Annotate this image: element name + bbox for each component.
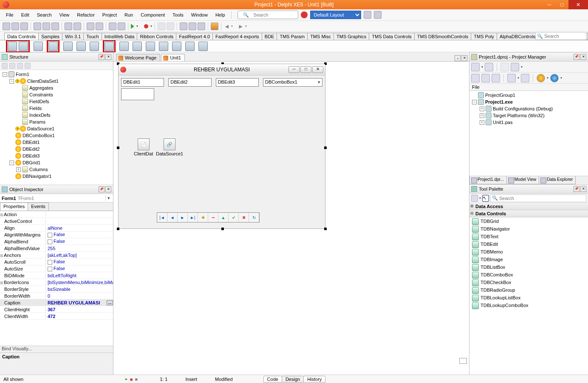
palette-item[interactable]: TDBRadioGroup — [469, 286, 588, 294]
property-value[interactable]: False — [46, 259, 113, 265]
palette-category[interactable]: Data Access — [469, 203, 588, 210]
dbnav-icon[interactable] — [19, 42, 28, 51]
pm-sync-icon[interactable] — [471, 74, 480, 82]
stop-icon[interactable] — [301, 11, 308, 18]
structure-node[interactable]: −DBGrid1 — [1, 159, 112, 166]
structure-node[interactable]: +Columns — [1, 166, 112, 173]
palette-tab-bde[interactable]: BDE — [262, 33, 277, 40]
palette-tab-tmsparam[interactable]: TMS Param — [277, 33, 308, 40]
nav-last-icon[interactable]: ►| — [188, 213, 198, 222]
property-row[interactable]: ClientHeight367 — [0, 306, 113, 313]
tree-toggle-icon[interactable]: − — [9, 161, 14, 165]
ellipsis-button[interactable]: … — [107, 300, 113, 305]
pm-icon4[interactable] — [511, 63, 519, 71]
pm-tab-project[interactable]: Project1.dpr... — [469, 176, 507, 184]
property-row[interactable]: Anchors[akLeft,akTop] — [0, 252, 113, 259]
dbedit-icon[interactable] — [48, 42, 58, 51]
tp-pointer-icon[interactable]: ↖ — [482, 195, 489, 202]
menu-tools[interactable]: Tools — [169, 11, 187, 19]
run-stop-icon[interactable] — [144, 24, 148, 28]
form-close-button[interactable]: ✕ — [312, 66, 323, 73]
palette-search-box[interactable]: 🔍 — [535, 32, 586, 40]
structure-node[interactable]: DBNavigator1 — [1, 173, 112, 180]
record-icon[interactable]: ● — [130, 376, 133, 383]
designer-hint-button[interactable] — [459, 358, 467, 364]
form-body[interactable]: DBEdit1 DBEdit2 DBEdit3 DBComboBox1 📄 Cl… — [119, 76, 325, 228]
struct-tool2-icon[interactable] — [9, 63, 15, 69]
palette-item[interactable]: TDBText — [469, 233, 588, 240]
struct-tool4-icon[interactable] — [25, 63, 31, 69]
nav-delete-icon[interactable]: ━ — [208, 213, 218, 222]
property-row[interactable]: AlphaBlendValue255 — [0, 245, 113, 252]
tab-welcome[interactable]: Welcome Page — [116, 54, 160, 61]
structure-node[interactable]: Params — [1, 118, 112, 125]
tree-toggle-icon[interactable]: − — [472, 100, 477, 104]
pause-icon[interactable] — [158, 23, 165, 30]
tree-toggle-icon[interactable]: + — [16, 167, 21, 172]
pm-new-icon[interactable] — [471, 63, 480, 71]
pm-tab-data[interactable]: Data Explorer — [539, 176, 576, 184]
property-row[interactable]: ActiveControl — [0, 218, 113, 225]
tab-unit1[interactable]: Unit1 — [161, 54, 185, 61]
palette-item[interactable]: TDBLookupComboBox — [469, 301, 588, 309]
palette-category[interactable]: Data Controls — [469, 210, 588, 217]
palette-item[interactable]: TDBNavigator — [469, 225, 588, 233]
dbcombo-icon[interactable] — [105, 42, 114, 51]
palette-tab-tmsgraphics[interactable]: TMS Graphics — [334, 33, 369, 40]
property-value[interactable]: False — [46, 232, 113, 237]
pm-drop1-icon[interactable]: ▾ — [481, 65, 483, 69]
new-icon[interactable] — [3, 23, 10, 30]
property-row[interactable]: BorderStylebsSizeable — [0, 286, 113, 293]
property-row[interactable]: ClientWidth472 — [0, 313, 113, 320]
tree-toggle-icon[interactable]: + — [480, 113, 484, 118]
menu-project[interactable]: Project — [99, 11, 120, 19]
pm-expand-icon[interactable] — [481, 74, 490, 82]
oi-footer[interactable]: Bind Visually... — [0, 346, 113, 352]
open-icon[interactable] — [11, 23, 19, 30]
struct-tool3-icon[interactable] — [17, 63, 23, 69]
tab-expand-icon[interactable]: ⌄ — [455, 55, 461, 61]
palette-search-input[interactable] — [544, 34, 582, 39]
tree-toggle-icon[interactable]: + — [480, 107, 484, 111]
structure-node[interactable]: Fields — [1, 105, 112, 112]
nav-prev-icon[interactable]: ◄ — [167, 213, 178, 222]
datasource-component[interactable]: 🔗 DataSource1 — [156, 138, 183, 156]
pm-tab-model[interactable]: Model View — [506, 176, 540, 184]
pm-sort-icon[interactable] — [521, 74, 529, 82]
palette-tab-datacontrols[interactable]: Data Controls — [4, 33, 39, 40]
form-designer[interactable]: REHBER UYGULAMASI ─ □ ✕ DBEdit1 DBEdit2 … — [113, 62, 469, 375]
checkbox-icon[interactable] — [48, 260, 52, 265]
pm-remove-icon[interactable] — [485, 63, 493, 71]
structure-node[interactable]: DBEdit2 — [1, 146, 112, 152]
menu-search[interactable]: Search — [34, 11, 55, 19]
close-panel-icon[interactable]: ✕ — [105, 54, 111, 60]
palette-tab-tmsdata[interactable]: TMS Data Controls — [369, 33, 415, 40]
structure-node[interactable]: FieldDefs — [1, 98, 112, 105]
nav-edit-icon[interactable]: ▲ — [218, 213, 229, 222]
pm-icon3[interactable] — [500, 63, 509, 71]
pm-platform-icon[interactable] — [550, 74, 559, 82]
tool-icon-3[interactable] — [42, 23, 50, 30]
nav-post-icon[interactable]: ✔ — [229, 213, 239, 222]
nav-refresh-icon[interactable]: ↻ — [249, 213, 259, 222]
dbctrlgrid-icon[interactable] — [185, 42, 195, 51]
property-row[interactable]: AutoScrollFalse — [0, 259, 113, 265]
palette-tab-tmssmooth[interactable]: TMS DBSmoothControls — [414, 33, 471, 40]
structure-tree[interactable]: −Form1−?ClientDataSet1AggregatesConstrai… — [0, 70, 113, 185]
nav-insert-icon[interactable]: ✚ — [198, 213, 208, 222]
palette-item[interactable]: TDBEdit — [469, 240, 588, 248]
close-button[interactable]: ✕ — [568, 0, 588, 9]
struct-tool1-icon[interactable] — [2, 63, 8, 69]
back-drop-icon[interactable]: ▾ — [231, 24, 233, 28]
tp-cat-icon[interactable] — [471, 195, 478, 202]
oi-tab-events[interactable]: Events — [28, 203, 49, 211]
structure-node[interactable]: Constraints — [1, 91, 112, 98]
run-status-icon[interactable]: ▸ — [125, 376, 128, 382]
pin-icon[interactable]: 📌 — [574, 54, 580, 60]
structure-node[interactable]: ?DataSource1 — [1, 125, 112, 132]
structure-node[interactable]: DBEdit1 — [1, 139, 112, 146]
property-row[interactable]: AlignalNone — [0, 225, 113, 231]
dbrichedit-icon[interactable] — [172, 42, 181, 51]
dbedit3[interactable]: DBEdit3 — [216, 78, 259, 87]
menu-refactor[interactable]: Refactor — [74, 11, 98, 19]
